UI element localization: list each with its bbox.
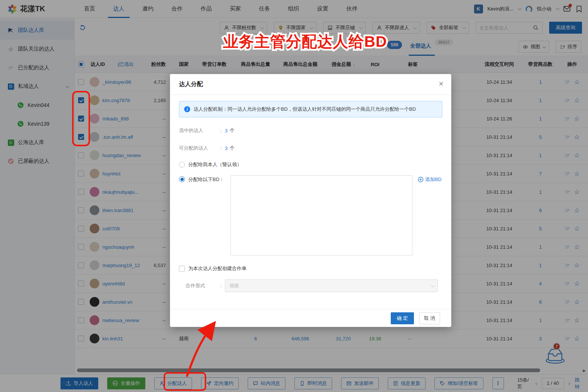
assign-bd-section: 分配给以下BD： 添加BD bbox=[179, 175, 442, 255]
radio-assign-self[interactable]: 分配给我本人（暨认领） bbox=[179, 161, 442, 168]
radio-assign-bd[interactable]: 分配给以下BD： bbox=[179, 175, 230, 255]
create-coop-checkbox-row[interactable]: 为本次达人分配创建合作单 bbox=[179, 265, 442, 272]
cancel-button[interactable]: 取 消 bbox=[419, 312, 440, 324]
radio-icon[interactable] bbox=[179, 162, 185, 168]
plus-circle-icon bbox=[418, 177, 424, 183]
info-icon: i bbox=[184, 106, 190, 112]
annotation-arrow bbox=[176, 320, 224, 380]
annotation-headline: 业务主管分配达人给BD 业务主管分配达人给BD bbox=[223, 31, 387, 52]
chevron-down-icon bbox=[431, 284, 434, 287]
annotation-rect-checkboxes bbox=[72, 91, 90, 146]
selected-count: 3 bbox=[225, 128, 228, 134]
coop-form-field: 合作形式 : 视频 bbox=[179, 279, 442, 292]
close-icon[interactable]: ✕ bbox=[439, 80, 444, 88]
add-bd-link[interactable]: 添加BD bbox=[418, 176, 442, 183]
radio-icon[interactable] bbox=[179, 176, 185, 182]
create-coop-checkbox[interactable] bbox=[179, 266, 185, 272]
creator-assign-modal: 达人分配 ✕ i 达人分配机制：同一达人允许分配给多个BD，但该达人针对不同店铺… bbox=[170, 74, 451, 327]
confirm-button[interactable]: 确 定 bbox=[391, 312, 414, 324]
selected-creators-field: 选中的达人 : 3 个 bbox=[179, 127, 442, 134]
coop-form-select[interactable]: 视频 bbox=[225, 279, 438, 292]
assignable-creators-field: 可分配的达人 : 3 个 bbox=[179, 145, 442, 151]
assignable-count: 3 bbox=[225, 146, 228, 151]
bd-list-box[interactable] bbox=[230, 175, 412, 255]
modal-title: 达人分配 bbox=[170, 74, 451, 95]
assign-notice: i 达人分配机制：同一达人允许分配给多个BD，但该达人针对不同店铺的同一个商品只… bbox=[179, 101, 442, 117]
